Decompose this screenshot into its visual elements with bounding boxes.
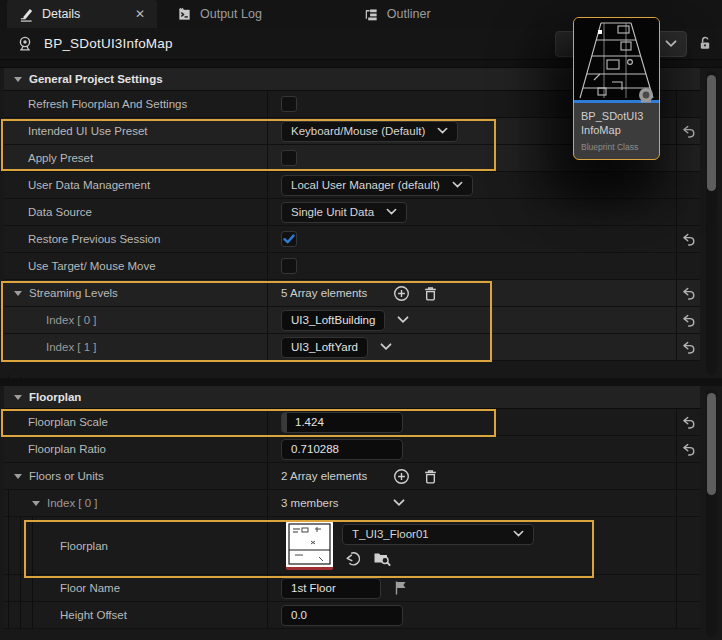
array-count: 2 Array elements (281, 470, 367, 482)
reset-to-default-icon[interactable] (681, 124, 696, 139)
expander-icon[interactable] (32, 501, 40, 506)
floor-name-input[interactable]: 1st Floor (281, 578, 381, 599)
dropdown-value: Single Unit Data (291, 206, 374, 218)
property-label: Intended UI Use Preset (28, 125, 148, 137)
chevron-down-icon (437, 127, 448, 135)
scrollbar-thumb[interactable] (707, 393, 716, 495)
scrollbar-thumb[interactable] (707, 75, 716, 191)
chevron-down-icon[interactable] (397, 316, 409, 324)
expander-icon[interactable] (14, 291, 22, 296)
add-array-element-icon[interactable] (393, 285, 410, 302)
row-streaming-index-1: Index [ 1 ] UI3_LoftYard (4, 334, 700, 361)
property-label: Height Offset (60, 609, 127, 621)
reset-to-default-icon[interactable] (681, 232, 696, 247)
row-floorplan-texture: Floorplan (4, 517, 700, 575)
dropdown-value: Local User Manager (default) (291, 179, 440, 191)
row-use-target-mouse-move: Use Target/ Mouse Move (4, 253, 700, 280)
property-label: Streaming Levels (29, 287, 118, 299)
chevron-down-icon (665, 40, 677, 48)
restore-previous-session-checkbox[interactable] (281, 231, 297, 247)
floorplan-ratio-input[interactable]: 0.710288 (281, 439, 403, 460)
row-height-offset: Height Offset 0.0 (4, 602, 700, 629)
floorplan-texture-thumbnail[interactable] (286, 521, 333, 570)
tab-details[interactable]: Details ✕ (7, 0, 157, 28)
panel-floorplan: Floorplan Floorplan Scale 1.424 Floorpla… (0, 386, 722, 640)
apply-preset-checkbox[interactable] (281, 150, 297, 166)
row-floors-or-units: Floors or Units 2 Array elements (4, 463, 700, 490)
dropdown-value: T_UI3_Floor01 (352, 528, 429, 540)
refresh-floorplan-checkbox[interactable] (281, 96, 297, 112)
add-array-element-icon[interactable] (393, 468, 410, 485)
reset-to-default-icon[interactable] (681, 340, 696, 355)
property-label: Apply Preset (28, 152, 93, 164)
property-label: Restore Previous Session (28, 233, 160, 245)
tab-close-icon[interactable]: ✕ (135, 7, 145, 21)
blueprint-title: BP_SDotUI3InfoMap (44, 36, 173, 51)
category-expander-icon[interactable] (14, 395, 22, 400)
floorplan-thumbnail-drawing (286, 521, 333, 567)
user-data-management-dropdown[interactable]: Local User Manager (default) (281, 175, 473, 196)
array-count: 5 Array elements (281, 287, 367, 299)
property-label: Index [ 0 ] (46, 314, 97, 326)
outliner-tab-icon (364, 7, 379, 22)
property-label: Index [ 1 ] (46, 341, 97, 353)
row-user-data-management: User Data Management Local User Manager … (4, 172, 700, 199)
use-target-mouse-move-checkbox[interactable] (281, 258, 297, 274)
property-label: Data Source (28, 206, 92, 218)
category-expander-icon[interactable] (14, 77, 22, 82)
data-source-dropdown[interactable]: Single Unit Data (281, 202, 407, 223)
tooltip-asset-name-line2: InfoMap (581, 123, 652, 137)
property-label: Floorplan Ratio (28, 443, 106, 455)
indent-guide (20, 517, 21, 629)
delete-array-icon[interactable] (422, 468, 439, 485)
property-label: Floorplan Scale (28, 416, 108, 428)
streaming-index-1-value[interactable]: UI3_LoftYard (281, 337, 368, 358)
delete-array-icon[interactable] (422, 285, 439, 302)
output-log-tab-icon (177, 7, 192, 22)
members-count: 3 members (281, 497, 339, 509)
reset-to-default-icon[interactable] (681, 442, 696, 457)
intended-ui-use-preset-dropdown[interactable]: Keyboard/Mouse (Default) (281, 121, 458, 142)
flag-icon[interactable] (393, 580, 409, 596)
tooltip-asset-name-line1: BP_SDotUI3 (581, 109, 652, 123)
asset-thumbnail-tooltip: BP_SDotUI3 InfoMap Blueprint Class (573, 17, 660, 160)
tab-outliner[interactable]: Outliner (352, 0, 443, 28)
property-label: Refresh Floorplan And Settings (28, 98, 187, 110)
floorplan-texture-dropdown[interactable]: T_UI3_Floor01 (342, 524, 534, 545)
lock-icon[interactable] (697, 35, 713, 51)
row-floorplan-scale: Floorplan Scale 1.424 (4, 409, 700, 436)
row-streaming-levels: Streaming Levels 5 Array elements (4, 280, 700, 307)
category-floorplan[interactable]: Floorplan (4, 386, 700, 409)
use-selected-asset-icon[interactable] (345, 550, 362, 567)
property-label: Floorplan (60, 540, 108, 552)
reset-to-default-icon[interactable] (681, 313, 696, 328)
floorplan-scale-input[interactable]: 1.424 (281, 412, 403, 433)
row-floorplan-ratio: Floorplan Ratio 0.710288 (4, 436, 700, 463)
property-label: Index [ 0 ] (47, 497, 98, 509)
scrollbar-panel2[interactable] (706, 389, 717, 637)
property-label: Floor Name (60, 582, 120, 594)
property-label: Floors or Units (29, 470, 104, 482)
chevron-down-icon[interactable] (380, 343, 392, 351)
reset-to-default-icon[interactable] (681, 286, 696, 301)
details-tab-icon (19, 7, 34, 22)
property-label: User Data Management (28, 179, 150, 191)
expander-icon[interactable] (14, 474, 22, 479)
row-restore-previous-session: Restore Previous Session (4, 226, 700, 253)
reset-to-default-icon[interactable] (681, 415, 696, 430)
row-floors-index-0: Index [ 0 ] 3 members (4, 490, 700, 517)
streaming-index-0-value[interactable]: UI3_LoftBuilding (281, 310, 385, 331)
height-offset-input[interactable]: 0.0 (281, 605, 403, 626)
chevron-down-icon[interactable] (393, 499, 405, 507)
indent-guide (8, 490, 9, 629)
blueprint-class-icon (16, 35, 34, 53)
checkmark-icon (283, 234, 295, 244)
details-panel-window: Details ✕ Output Log Outliner BP_SDotUI3… (0, 0, 722, 640)
row-data-source: Data Source Single Unit Data (4, 199, 700, 226)
scrollbar-panel1[interactable] (706, 71, 717, 375)
tab-output-log[interactable]: Output Log (165, 0, 274, 28)
dropdown-value: Keyboard/Mouse (Default) (291, 125, 425, 137)
tooltip-asset-type: Blueprint Class (581, 142, 652, 152)
row-floor-name: Floor Name 1st Floor (4, 575, 700, 602)
browse-to-asset-icon[interactable] (373, 550, 391, 566)
